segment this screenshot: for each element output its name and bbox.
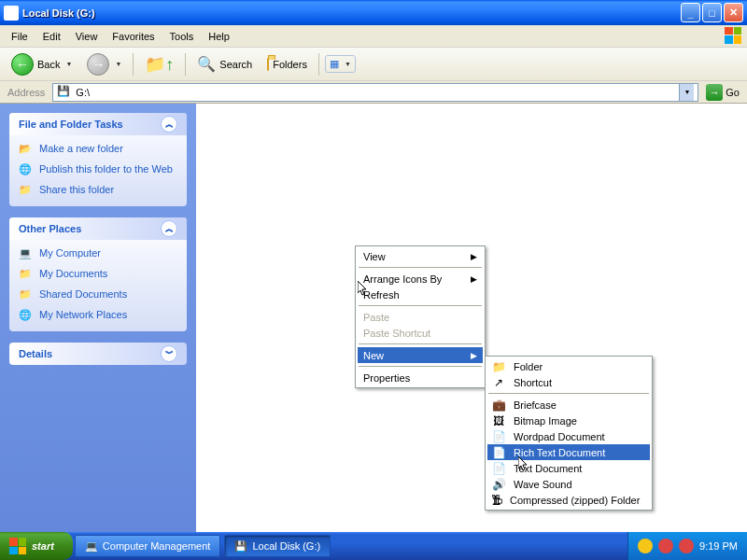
panel-title: File and Folder Tasks — [19, 119, 123, 130]
share-folder-link[interactable]: 📁Share this folder — [19, 184, 177, 199]
menu-view[interactable]: View — [68, 28, 106, 45]
ctx-paste-shortcut: Paste Shortcut — [358, 325, 483, 341]
tray-status-icon[interactable] — [679, 539, 694, 553]
menu-tools[interactable]: Tools — [162, 28, 202, 45]
forward-dropdown-icon[interactable]: ▼ — [115, 61, 121, 67]
other-places-panel: Other Places ︽ 💻My Computer 📁My Document… — [9, 217, 187, 331]
network-places-link[interactable]: 🌐My Network Places — [19, 309, 177, 324]
taskbar-item-local-disk[interactable]: 💾 Local Disk (G:) — [224, 535, 331, 557]
address-dropdown-icon[interactable]: ▾ — [679, 84, 694, 101]
shortcut-icon: ↗ — [491, 375, 506, 390]
chevron-up-icon[interactable]: ︽ — [161, 220, 177, 237]
up-folder-icon: 📁↑ — [145, 54, 174, 75]
window-title: Local Disk (G:) — [22, 7, 681, 19]
link-label: Share this folder — [39, 184, 114, 195]
drive-icon: 💾 — [57, 85, 72, 100]
new-wordpad[interactable]: 📄Wordpad Document — [487, 428, 650, 444]
new-text[interactable]: 📄Text Document — [487, 460, 650, 476]
main-area: File and Folder Tasks ︽ 📂Make a new fold… — [0, 104, 747, 541]
folders-button[interactable]: Folders — [261, 56, 313, 73]
views-icon: ▦ — [330, 58, 339, 70]
chevron-down-icon[interactable]: ︾ — [161, 345, 177, 362]
back-dropdown-icon[interactable]: ▼ — [65, 61, 72, 67]
link-label: My Network Places — [39, 309, 127, 320]
new-rich-text[interactable]: 📄Rich Text Document — [487, 444, 650, 460]
ctx-properties[interactable]: Properties — [358, 370, 483, 385]
tray-alert-icon[interactable] — [658, 539, 673, 553]
documents-icon: 📁 — [19, 268, 34, 283]
new-folder[interactable]: 📁Folder — [487, 358, 650, 374]
menu-separator — [488, 393, 649, 394]
new-submenu: 📁Folder ↗Shortcut 💼Briefcase 🖼Bitmap Ima… — [485, 356, 653, 511]
publish-folder-link[interactable]: 🌐Publish this folder to the Web — [19, 163, 177, 178]
make-new-folder-link[interactable]: 📂Make a new folder — [19, 143, 177, 158]
folder-icon: 📁 — [491, 359, 506, 374]
panel-title: Details — [19, 348, 52, 359]
toolbar-separator — [185, 53, 186, 76]
menu-favorites[interactable]: Favorites — [105, 28, 162, 45]
new-briefcase[interactable]: 💼Briefcase — [487, 397, 650, 413]
taskbar-item-label: Local Disk (G:) — [252, 540, 320, 552]
shared-documents-link[interactable]: 📁Shared Documents — [19, 288, 177, 303]
views-dropdown-icon[interactable]: ▼ — [345, 61, 351, 67]
back-arrow-icon: ← — [11, 53, 34, 76]
submenu-arrow-icon: ▶ — [471, 351, 477, 360]
folders-label: Folders — [273, 59, 307, 70]
forward-arrow-icon: → — [87, 53, 109, 76]
new-shortcut[interactable]: ↗Shortcut — [487, 374, 650, 390]
panel-header[interactable]: File and Folder Tasks ︽ — [9, 113, 187, 135]
menu-bar: File Edit View Favorites Tools Help — [0, 25, 747, 48]
new-bitmap[interactable]: 🖼Bitmap Image — [487, 413, 650, 428]
search-button[interactable]: 🔍 Search — [191, 52, 258, 76]
toolbar-separator — [133, 53, 134, 76]
menu-edit[interactable]: Edit — [35, 28, 68, 45]
back-label: Back — [37, 59, 60, 70]
sidebar: File and Folder Tasks ︽ 📂Make a new fold… — [0, 104, 196, 541]
minimize-button[interactable]: _ — [681, 3, 700, 22]
panel-body: 📂Make a new folder 🌐Publish this folder … — [9, 135, 187, 206]
chevron-up-icon[interactable]: ︽ — [161, 116, 177, 133]
my-computer-link[interactable]: 💻My Computer — [19, 247, 177, 262]
ctx-refresh[interactable]: Refresh — [358, 287, 483, 302]
go-button[interactable]: → Go — [702, 84, 743, 101]
tray-shield-icon[interactable] — [638, 539, 653, 553]
close-button[interactable]: ✕ — [724, 3, 743, 22]
link-label: Shared Documents — [39, 288, 127, 300]
menu-separator — [359, 343, 482, 344]
new-zip[interactable]: 🗜Compressed (zipped) Folder — [487, 492, 650, 508]
wordpad-icon: 📄 — [491, 429, 506, 444]
maximize-button[interactable]: □ — [702, 3, 722, 22]
start-button[interactable]: start — [0, 532, 73, 560]
go-arrow-icon: → — [706, 84, 723, 101]
ctx-arrange-icons[interactable]: Arrange Icons By▶ — [358, 271, 483, 287]
up-button[interactable]: 📁↑ — [139, 51, 179, 77]
panel-header[interactable]: Other Places ︽ — [9, 217, 187, 240]
address-input[interactable]: 💾 G:\ ▾ — [52, 83, 698, 102]
go-label: Go — [726, 87, 740, 98]
new-wave[interactable]: 🔊Wave Sound — [487, 476, 650, 492]
panel-header[interactable]: Details ︾ — [9, 343, 187, 365]
share-icon: 📁 — [19, 184, 34, 199]
taskbar: start 💻 Computer Management 💾 Local Disk… — [0, 532, 747, 560]
link-label: Publish this folder to the Web — [39, 163, 173, 175]
new-folder-icon: 📂 — [19, 143, 34, 158]
system-tray: 9:19 PM — [627, 532, 747, 560]
briefcase-icon: 💼 — [491, 398, 506, 413]
title-bar: Local Disk (G:) _ □ ✕ — [0, 0, 747, 25]
ctx-new[interactable]: New▶ — [358, 347, 483, 363]
taskbar-item-label: Computer Management — [103, 540, 211, 552]
my-documents-link[interactable]: 📁My Documents — [19, 268, 177, 283]
menu-help[interactable]: Help — [201, 28, 237, 45]
folder-content-area[interactable]: View▶ Arrange Icons By▶ Refresh Paste Pa… — [196, 104, 747, 541]
taskbar-item-computer-management[interactable]: 💻 Computer Management — [75, 535, 221, 557]
menu-file[interactable]: File — [4, 28, 35, 45]
forward-button[interactable]: → ▼ — [81, 50, 127, 78]
submenu-arrow-icon: ▶ — [471, 252, 477, 261]
clock[interactable]: 9:19 PM — [699, 540, 738, 552]
context-menu: View▶ Arrange Icons By▶ Refresh Paste Pa… — [355, 245, 486, 388]
back-button[interactable]: ← Back ▼ — [6, 50, 78, 78]
views-button[interactable]: ▦ ▼ — [325, 55, 356, 73]
link-label: My Computer — [39, 247, 101, 259]
submenu-arrow-icon: ▶ — [471, 274, 477, 284]
ctx-view[interactable]: View▶ — [358, 248, 483, 264]
